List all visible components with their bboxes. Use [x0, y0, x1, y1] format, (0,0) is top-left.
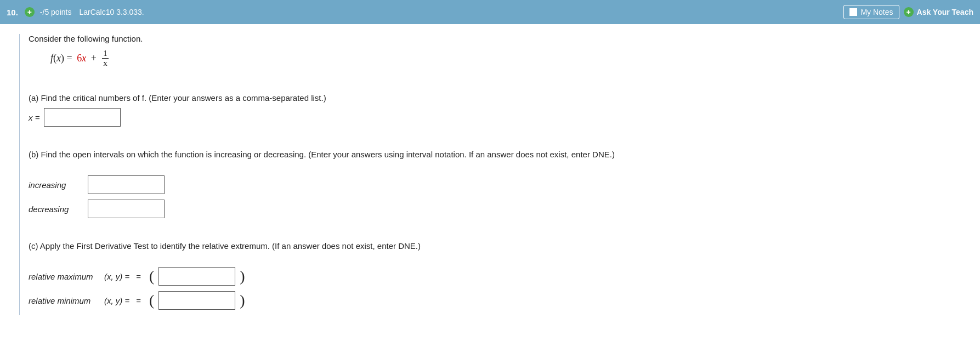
part-b-decreasing-row: decreasing: [29, 200, 969, 218]
consider-text: Consider the following function.: [29, 34, 969, 43]
rel-min-xy: (x, y) =: [104, 296, 129, 305]
increasing-label: increasing: [29, 180, 83, 190]
part-b-label: (b) Find the open intervals on which the…: [29, 150, 969, 159]
fraction-denominator: x: [102, 59, 109, 68]
part-a-label: (a) Find the critical numbers of f. (Ent…: [29, 93, 969, 103]
points-label: -/5 points: [40, 8, 72, 16]
decreasing-label: decreasing: [29, 204, 83, 214]
rel-max-eq: =: [136, 272, 141, 281]
part-a-x-label: x =: [29, 113, 39, 122]
my-notes-button[interactable]: My Notes: [843, 5, 899, 19]
left-border: [0, 34, 20, 315]
function-display: f(x) = 6x + 1 x: [50, 49, 969, 68]
decreasing-input[interactable]: [88, 200, 165, 218]
main-content: Consider the following function. f(x) = …: [24, 34, 980, 315]
gap-b: [29, 132, 969, 142]
gap-c: [29, 224, 969, 234]
rel-min-right-paren: ): [240, 293, 245, 308]
part-b-increasing-row: increasing: [29, 175, 969, 194]
part-a-answer-row: x =: [29, 108, 969, 127]
plus-icon: +: [25, 7, 35, 17]
question-number: 10.: [7, 8, 18, 17]
increasing-input[interactable]: [88, 175, 165, 194]
gap-b2: [29, 164, 969, 170]
rel-min-eq: =: [136, 296, 141, 305]
fraction-numerator: 1: [102, 49, 109, 59]
rel-max-right-paren: ): [240, 269, 245, 284]
function-6x: 6x: [77, 53, 86, 64]
rel-max-row: relative maximum (x, y) = = ( ): [29, 267, 969, 286]
ask-teacher-button[interactable]: + Ask Your Teach: [904, 7, 973, 17]
part-a-input[interactable]: [44, 108, 121, 127]
content-area: Consider the following function. f(x) = …: [0, 24, 980, 325]
part-c-label: (c) Apply the First Derivative Test to i…: [29, 241, 969, 251]
function-fx: f(x) =: [50, 53, 75, 64]
my-notes-checkbox[interactable]: [849, 8, 857, 16]
my-notes-label: My Notes: [860, 8, 893, 16]
gap-a: [29, 76, 969, 86]
rel-max-input[interactable]: [158, 267, 235, 286]
rel-min-left-paren: (: [145, 293, 154, 308]
function-fraction: 1 x: [102, 49, 109, 68]
rel-max-xy: (x, y) =: [104, 272, 129, 281]
header-bar: 10. + -/5 points LarCalc10 3.3.033. My N…: [0, 0, 980, 24]
rel-max-label: relative maximum: [29, 272, 100, 281]
ask-teacher-label: Ask Your Teach: [917, 8, 973, 16]
ask-teacher-plus-icon: +: [904, 7, 914, 17]
rel-max-left-paren: (: [145, 269, 154, 284]
problem-id: LarCalc10 3.3.033.: [79, 8, 144, 16]
rel-min-row: relative minimum (x, y) = = ( ): [29, 291, 969, 310]
function-plus: +: [88, 53, 99, 64]
rel-min-label: relative minimum: [29, 296, 100, 305]
rel-min-input[interactable]: [158, 291, 235, 310]
gap-c2: [29, 256, 969, 262]
